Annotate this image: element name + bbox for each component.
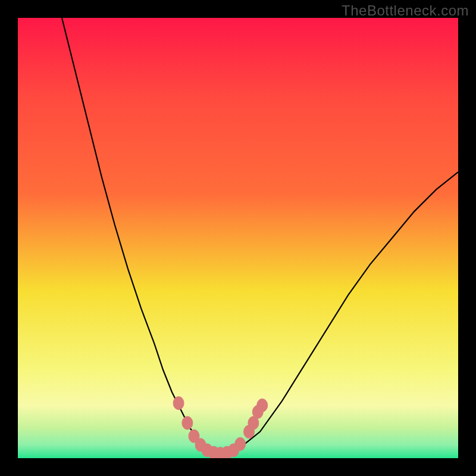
curve-marker: [182, 416, 193, 430]
curve-marker: [235, 437, 246, 450]
curve-marker: [173, 397, 184, 410]
watermark-text: TheBottleneck.com: [342, 2, 469, 19]
plot-area: [18, 18, 458, 458]
curve-marker: [257, 399, 268, 412]
chart-frame: TheBottleneck.com: [0, 0, 476, 476]
chart-svg: [18, 18, 458, 458]
